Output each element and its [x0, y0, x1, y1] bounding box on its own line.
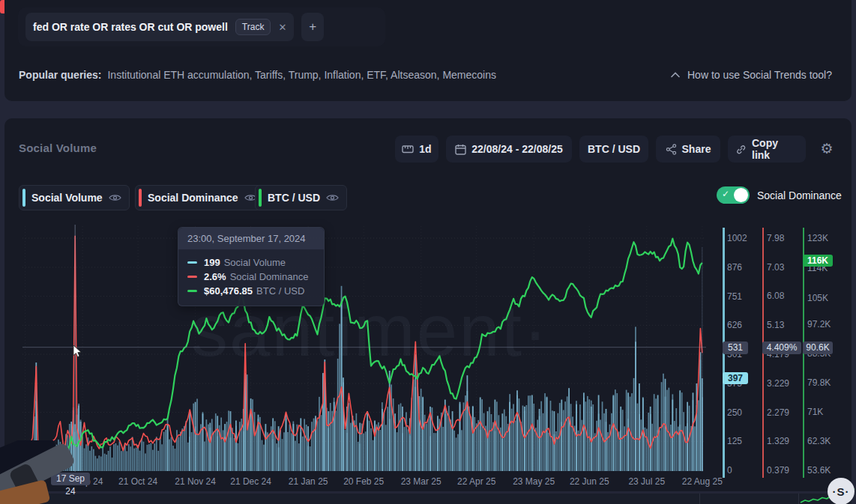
- query-chip[interactable]: fed OR rate OR rates OR cut OR powell Tr…: [25, 13, 294, 41]
- social-dominance-toggle-wrap: ✓ Social Dominance: [717, 186, 842, 204]
- legend-chip-social-dominance[interactable]: Social Dominance: [135, 185, 265, 210]
- pair-button[interactable]: BTC / USD: [579, 136, 648, 163]
- pair-label: BTC / USD: [588, 143, 640, 155]
- popular-queries-label: Popular queries:: [19, 69, 101, 81]
- latest-price-badge: 116K: [803, 255, 833, 267]
- price-axis-tick: 62.3K: [807, 435, 831, 447]
- tooltip-label: BTC / USD: [256, 285, 304, 297]
- series-dash-icon: [187, 261, 197, 264]
- price-axis-tick: 105K: [807, 292, 828, 304]
- chart-tooltip: 23:00, September 17, 2024 199 Social Vol…: [178, 227, 325, 306]
- dominance-axis-tick: 2.279: [767, 407, 789, 419]
- volume-axis-tick: 125: [727, 435, 742, 447]
- volume-axis-tick: 0: [727, 464, 732, 476]
- latest-volume-badge: 397: [723, 372, 748, 384]
- eye-icon[interactable]: [326, 193, 339, 202]
- track-button[interactable]: Track: [235, 19, 271, 35]
- price-axis-tick: 123K: [807, 232, 828, 244]
- gear-icon[interactable]: ⚙: [819, 141, 835, 157]
- santiment-logo-badge[interactable]: ·S·: [828, 478, 855, 504]
- ruler-icon: [402, 144, 414, 154]
- crosshair-volume-box: 531: [723, 341, 748, 354]
- social-dominance-toggle[interactable]: ✓: [717, 186, 750, 204]
- corner-overlay-art: [0, 440, 82, 504]
- legend-color-bar: [259, 189, 262, 207]
- volume-axis-tick: 626: [727, 319, 742, 331]
- x-axis-label: 20 Feb 25: [334, 476, 394, 487]
- link-icon: [735, 144, 747, 155]
- volume-axis-tick: 876: [727, 261, 742, 273]
- tooltip-label: Social Dominance: [230, 271, 309, 282]
- copy-link-label: Copy link: [752, 137, 798, 161]
- price-axis-tick: 71K: [807, 406, 823, 418]
- crosshair-dominance-box: 4.409%: [762, 341, 801, 354]
- howto-label: How to use Social Trends tool?: [687, 69, 832, 81]
- x-axis-label: 21 Oct 24: [108, 476, 168, 487]
- dominance-axis-tick: 5.13: [767, 319, 784, 331]
- legend-color-bar: [22, 189, 25, 207]
- x-axis-label: 21 Dec 24: [221, 476, 281, 487]
- share-button[interactable]: Share: [656, 136, 720, 163]
- query-text: fed OR rate OR rates OR cut OR powell: [33, 21, 228, 33]
- share-icon: [666, 144, 677, 155]
- strip-divider: [699, 494, 700, 504]
- x-axis-label: 21 Nov 24: [166, 476, 226, 487]
- interval-label: 1d: [419, 143, 431, 155]
- legend-label: Social Dominance: [148, 192, 238, 204]
- dominance-axis-tick: 7.98: [767, 232, 784, 244]
- add-query-button[interactable]: +: [301, 13, 324, 41]
- tooltip-value: 2.6%: [204, 271, 226, 282]
- tooltip-row-dominance: 2.6% Social Dominance: [187, 270, 315, 284]
- dominance-axis-tick: 6.08: [767, 290, 784, 302]
- close-icon[interactable]: ✕: [278, 22, 286, 33]
- share-label: Share: [682, 143, 711, 155]
- dominance-axis-tick: 7.03: [767, 261, 784, 273]
- x-axis-label: 22 Jun 25: [559, 476, 619, 487]
- volume-axis-tick: 751: [727, 291, 742, 303]
- x-axis-label: 22 Apr 25: [447, 476, 507, 487]
- santiment-social-trends-page: fed OR rate OR rates OR cut OR powell Tr…: [0, 0, 856, 504]
- tooltip-value: 199: [204, 257, 220, 268]
- interval-button[interactable]: 1d: [395, 136, 438, 163]
- chevron-up-icon: [671, 72, 680, 78]
- legend-color-bar: [139, 189, 142, 207]
- x-axis-label: 23 Mar 25: [391, 476, 451, 487]
- legend-chip-btc-usd[interactable]: BTC / USD: [255, 185, 347, 210]
- tooltip-datetime: 23:00, September 17, 2024: [178, 228, 324, 249]
- mouse-cursor-icon: [73, 345, 85, 359]
- x-axis-label: 22 Aug 25: [672, 476, 732, 487]
- tooltip-label: Social Volume: [224, 257, 286, 268]
- date-range-button[interactable]: 22/08/24 - 22/08/25: [446, 136, 572, 163]
- price-axis-tick: 53.6K: [807, 464, 831, 476]
- series-dash-icon: [187, 276, 197, 278]
- volume-axis-tick: 1002: [727, 232, 747, 244]
- x-axis-label: 21 Jan 25: [278, 476, 338, 487]
- legend-chip-social-volume[interactable]: Social Volume: [19, 185, 130, 210]
- volume-axis-tick: 250: [727, 407, 742, 419]
- tooltip-value: $60,476.85: [204, 285, 253, 297]
- legend-label: BTC / USD: [268, 192, 320, 204]
- next-row-strip: [4, 494, 852, 504]
- chart-title: Social Volume: [19, 142, 97, 154]
- legend-label: Social Volume: [31, 192, 103, 204]
- tooltip-row-price: $60,476.85 BTC / USD: [187, 284, 315, 298]
- calendar-icon: [455, 144, 466, 155]
- price-axis-tick: 79.8K: [807, 377, 831, 389]
- price-axis-tick: 97.2K: [807, 318, 831, 330]
- check-icon: ✓: [722, 189, 729, 199]
- dominance-axis-tick: 3.229: [767, 377, 789, 389]
- dominance-axis-tick: 1.329: [767, 435, 789, 447]
- copy-link-button[interactable]: Copy link: [728, 136, 806, 163]
- x-axis-label: 23 May 25: [504, 476, 564, 487]
- date-range-label: 22/08/24 - 22/08/25: [471, 143, 562, 155]
- crosshair-price-box: 90.6K: [803, 341, 833, 354]
- dominance-axis-tick: 0.379: [767, 464, 789, 476]
- series-dash-icon: [187, 290, 197, 292]
- search-bar[interactable]: fed OR rate OR rates OR cut OR powell Tr…: [18, 7, 385, 46]
- eye-icon[interactable]: [109, 193, 121, 202]
- popular-queries-list[interactable]: Institutional ETH accumulation, Tariffs,…: [107, 69, 496, 81]
- x-axis-label: 23 Jul 25: [617, 476, 677, 487]
- howto-link[interactable]: How to use Social Trends tool?: [671, 69, 832, 81]
- toggle-label: Social Dominance: [757, 189, 842, 201]
- tooltip-row-volume: 199 Social Volume: [187, 255, 315, 270]
